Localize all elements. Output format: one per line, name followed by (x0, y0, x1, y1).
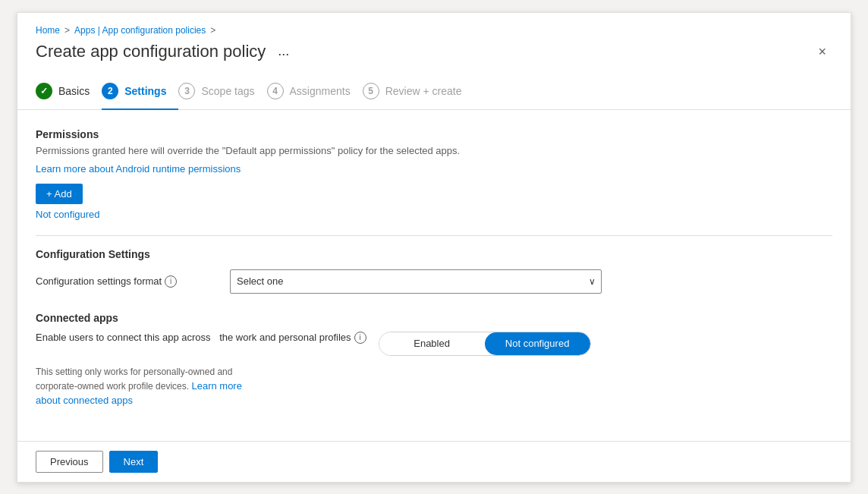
toggle-label-line1: Enable users to connect this app across (36, 332, 211, 343)
divider-1 (36, 235, 832, 236)
configuration-settings-section: Configuration Settings Configuration set… (36, 248, 832, 294)
step-basics[interactable]: ✓ Basics (36, 74, 102, 109)
connected-apps-toggle-row: Enable users to connect this app across … (36, 332, 832, 356)
step-scope-tags-label: Scope tags (201, 85, 254, 97)
modal-title-left: Create app configuration policy ... (36, 42, 294, 61)
connected-apps-toggle-label: Enable users to connect this app across … (36, 332, 366, 344)
previous-button[interactable]: Previous (36, 451, 103, 473)
step-scope-tags[interactable]: 3 Scope tags (178, 74, 266, 109)
step-settings-label: Settings (124, 85, 166, 97)
breadcrumb-sep2: > (210, 25, 215, 36)
toggle-label-line2: the work and personal profiles (219, 332, 351, 343)
breadcrumb-home[interactable]: Home (36, 25, 60, 36)
toggle-not-configured-option[interactable]: Not configured (485, 332, 590, 355)
breadcrumb-sep1: > (64, 25, 70, 36)
step-review-create[interactable]: 5 Review + create (363, 74, 474, 109)
step-settings[interactable]: 2 Settings (102, 74, 178, 110)
connected-apps-title: Connected apps (36, 312, 832, 324)
step-settings-circle: 2 (102, 83, 118, 99)
wizard-steps: ✓ Basics 2 Settings 3 Scope tags 4 Assig… (17, 74, 851, 110)
close-button[interactable]: × (812, 42, 832, 61)
configuration-settings-title: Configuration Settings (36, 248, 832, 260)
step-review-create-circle: 5 (363, 83, 379, 99)
format-info-icon[interactable]: i (165, 275, 177, 288)
format-select-wrapper: Select one Configuration designer Enter … (230, 269, 602, 294)
connected-apps-note: This setting only works for personally-o… (36, 365, 248, 408)
step-assignments-circle: 4 (267, 83, 284, 99)
step-scope-tags-circle: 3 (178, 83, 195, 99)
permissions-section: Permissions Permissions granted here wil… (36, 128, 832, 220)
permissions-title: Permissions (36, 128, 832, 140)
create-policy-modal: Home > Apps | App configuration policies… (17, 12, 851, 483)
format-select[interactable]: Select one Configuration designer Enter … (230, 269, 602, 294)
modal-footer: Previous Next (17, 441, 851, 482)
step-review-create-label: Review + create (385, 85, 462, 97)
step-assignments[interactable]: 4 Assignments (267, 74, 363, 109)
permissions-not-configured: Not configured (36, 209, 832, 220)
format-label-text: Configuration settings format (36, 275, 162, 287)
breadcrumb: Home > Apps | App configuration policies… (36, 25, 832, 36)
format-label: Configuration settings format i (36, 275, 218, 288)
toggle-enabled-option[interactable]: Enabled (379, 332, 485, 355)
more-options-button[interactable]: ... (273, 42, 294, 61)
page-title: Create app configuration policy (36, 42, 266, 61)
breadcrumb-apps[interactable]: Apps | App configuration policies (74, 25, 206, 36)
connected-apps-info-icon[interactable]: i (354, 332, 366, 344)
connected-apps-section: Connected apps Enable users to connect t… (36, 312, 832, 408)
modal-content: Permissions Permissions granted here wil… (17, 110, 851, 441)
modal-header: Home > Apps | App configuration policies… (17, 13, 851, 74)
step-assignments-label: Assignments (290, 85, 351, 97)
next-button[interactable]: Next (109, 451, 159, 473)
format-form-row: Configuration settings format i Select o… (36, 269, 832, 294)
permissions-description: Permissions granted here will override t… (36, 145, 832, 156)
permissions-learn-more-link[interactable]: Learn more about Android runtime permiss… (36, 163, 241, 175)
connected-apps-toggle[interactable]: Enabled Not configured (379, 332, 591, 356)
step-basics-label: Basics (58, 85, 90, 97)
step-basics-circle: ✓ (36, 83, 52, 99)
add-permission-button[interactable]: + Add (36, 184, 83, 204)
modal-title-row: Create app configuration policy ... × (36, 42, 832, 61)
